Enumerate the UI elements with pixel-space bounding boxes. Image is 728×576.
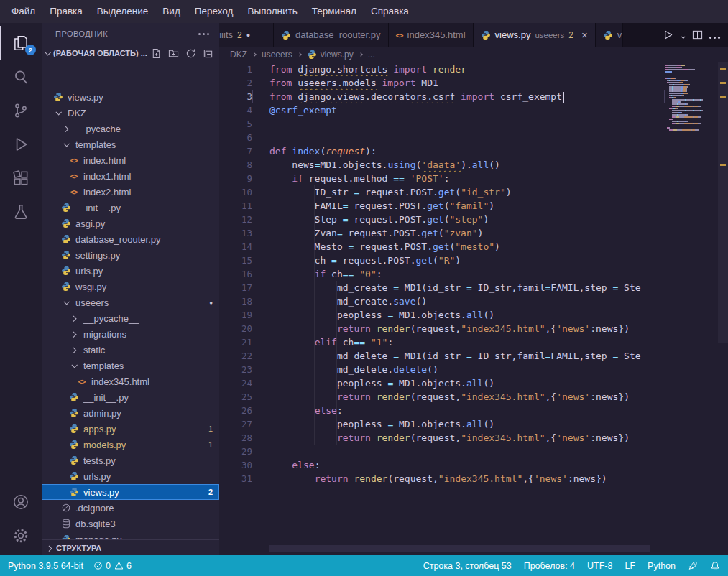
tree-item-views-py[interactable]: views.py2 <box>42 484 219 500</box>
collapse-all-icon[interactable] <box>203 48 213 59</box>
workspace-section-header[interactable]: (РАБОЧАЯ ОБЛАСТЬ) ... <box>42 45 219 62</box>
testing-icon[interactable] <box>0 195 42 228</box>
eol[interactable]: LF <box>625 561 635 571</box>
code-line-28[interactable]: 28 return render(request,"index345.html"… <box>219 431 728 445</box>
code-line-20[interactable]: 20 return render(request,"index345.html"… <box>219 322 728 335</box>
source-control-icon[interactable] <box>0 93 42 127</box>
tree-item-pycache[interactable]: __pycache__ <box>42 121 219 136</box>
tree-item-pycache[interactable]: __pycache__ <box>42 310 219 326</box>
tab-views-py[interactable]: views.py <box>596 23 623 47</box>
tree-item-asgi-py[interactable]: asgi.py <box>42 215 219 231</box>
menu-item-6[interactable]: Выполнить <box>240 0 304 23</box>
menu-item-7[interactable]: Терминал <box>305 0 364 23</box>
tab-views-py-active[interactable]: views.pyuseeers2× <box>474 23 596 47</box>
code-line-18[interactable]: 18 md_create.save() <box>219 294 728 308</box>
language-mode[interactable]: Python <box>648 561 676 571</box>
horizontal-scrollbar[interactable] <box>269 545 650 552</box>
menu-item-4[interactable]: Вид <box>155 0 187 23</box>
code-line-3[interactable]: 3from django.views.decorators.csrf impor… <box>219 90 728 103</box>
new-file-icon[interactable] <box>151 48 162 59</box>
tree-item-apps-py[interactable]: apps.py1 <box>42 421 219 437</box>
cursor-position[interactable]: Строка 3, столбец 53 <box>423 561 512 571</box>
rocket-icon[interactable] <box>688 561 698 571</box>
settings-icon[interactable] <box>0 519 42 552</box>
code-line-30[interactable]: 30 else: <box>219 458 728 472</box>
code-line-19[interactable]: 19 peopless = MD1.objects.all() <box>219 308 728 322</box>
tree-item-wsgi-py[interactable]: wsgi.py <box>42 279 219 294</box>
menu-item-3[interactable]: Выделение <box>90 0 156 23</box>
indentation[interactable]: Пробелов: 4 <box>524 561 575 571</box>
code-line-12[interactable]: 12 Step = request.POST.get("step") <box>219 213 728 226</box>
code-line-13[interactable]: 13 Zvan= request.POST.get("zvan") <box>219 226 728 240</box>
code-line-27[interactable]: 27 peopless = MD1.objects.all() <box>219 417 728 431</box>
run-python-file-button[interactable] <box>663 29 673 40</box>
extensions-icon[interactable] <box>0 161 42 195</box>
tab-database-roouter-py[interactable]: database_roouter.py <box>274 23 389 47</box>
refresh-icon[interactable] <box>185 48 196 59</box>
tree-item-index345-html[interactable]: <>index345.html <box>42 373 219 389</box>
code-line-7[interactable]: 7def index(request): <box>219 144 728 158</box>
breadcrumb-item-useeers[interactable]: useeers <box>262 50 292 60</box>
code-line-17[interactable]: 17 md_create = MD1(id_str = ID_str,famil… <box>219 281 728 294</box>
problems[interactable]: 06 <box>93 561 132 571</box>
tree-item-useeers[interactable]: useeers● <box>42 294 219 310</box>
code-line-29[interactable]: 29 <box>219 445 728 458</box>
code-line-11[interactable]: 11 FAMIL= request.POST.get("famil") <box>219 199 728 213</box>
tree-item-admin-py[interactable]: admin.py <box>42 405 219 421</box>
account-icon[interactable] <box>0 485 42 519</box>
menu-item-8[interactable]: Справка <box>364 0 416 23</box>
tree-item-init-py[interactable]: __init__.py <box>42 389 219 405</box>
code-line-4[interactable]: 4@csrf_exempt <box>219 103 728 117</box>
code-line-5[interactable]: 5 <box>219 117 728 131</box>
new-folder-icon[interactable] <box>168 48 179 59</box>
tree-item-init-py[interactable]: __init__.py <box>42 200 219 215</box>
tree-item-index-html[interactable]: <>index.html <box>42 152 219 168</box>
tree-item-views-py[interactable]: views.py <box>42 89 219 105</box>
tree-item-index2-html[interactable]: <>index2.html <box>42 184 219 200</box>
code-line-23[interactable]: 23 md_delete.delete() <box>219 363 728 376</box>
code-editor[interactable]: 1from django.shortcuts import render2fro… <box>219 62 728 555</box>
code-line-22[interactable]: 22 md_delete = MD1(id_str = ID_str,famil… <box>219 349 728 363</box>
tree-item-templates[interactable]: templates <box>42 136 219 152</box>
more-actions-button[interactable] <box>711 29 719 42</box>
tree-item-migrations[interactable]: migrations <box>42 326 219 342</box>
code-line-26[interactable]: 26 else: <box>219 404 728 417</box>
tree-item-settings-py[interactable]: settings.py <box>42 247 219 263</box>
menu-item-1[interactable]: Файл <box>4 0 42 23</box>
outline-section-header[interactable]: СТРУКТУРА <box>42 539 219 555</box>
code-line-1[interactable]: 1from django.shortcuts import render <box>219 62 728 76</box>
search-icon[interactable] <box>0 60 42 93</box>
tree-item-templates[interactable]: templates <box>42 358 219 373</box>
run-dropdown-chevron-icon[interactable] <box>681 29 684 42</box>
bell-icon[interactable] <box>710 561 720 571</box>
code-line-25[interactable]: 25 return render(request,"index345.html"… <box>219 390 728 404</box>
code-line-14[interactable]: 14 Mesto = request.POST.get("mesto") <box>219 240 728 254</box>
encoding[interactable]: UTF-8 <box>587 561 612 571</box>
tree-item-dcignore[interactable]: .dcignore <box>42 500 219 516</box>
code-line-24[interactable]: 24 peopless = MD1.objects.all() <box>219 376 728 390</box>
code-line-8[interactable]: 8 news=MD1.objects.using('daata').all() <box>219 158 728 172</box>
run-debug-icon[interactable] <box>0 127 42 161</box>
vertical-scrollbar[interactable] <box>718 62 728 343</box>
close-icon[interactable]: × <box>581 29 588 40</box>
split-editor-button[interactable] <box>692 29 703 40</box>
code-line-6[interactable]: 6 <box>219 131 728 144</box>
explorer-icon[interactable]: 2 <box>0 26 42 60</box>
code-line-9[interactable]: 9 if request.method == 'POST': <box>219 172 728 185</box>
minimap[interactable] <box>665 62 718 131</box>
menu-item-5[interactable]: Переход <box>188 0 241 23</box>
tree-item-models-py[interactable]: models.py1 <box>42 437 219 452</box>
explorer-more-actions-icon[interactable] <box>203 33 205 35</box>
code-line-16[interactable]: 16 if ch== "0": <box>219 267 728 281</box>
tree-item-tests-py[interactable]: tests.py <box>42 452 219 468</box>
tree-item-urls-py[interactable]: urls.py <box>42 263 219 279</box>
code-line-10[interactable]: 10 ID_str = request.POST.get("id_str") <box>219 185 728 199</box>
tree-item-static[interactable]: static <box>42 342 219 358</box>
tree-item-index1-html[interactable]: <>index1.html <box>42 168 219 184</box>
tree-item-manage-py[interactable]: manage.py <box>42 531 219 539</box>
menu-item-2[interactable]: Правка <box>42 0 90 23</box>
breadcrumb-item-item[interactable]: ... <box>368 50 375 60</box>
code-line-21[interactable]: 21 elif ch== "1": <box>219 335 728 349</box>
tree-item-database-roouter-py[interactable]: database_roouter.py <box>42 231 219 247</box>
tree-item-dkz[interactable]: DKZ <box>42 105 219 121</box>
